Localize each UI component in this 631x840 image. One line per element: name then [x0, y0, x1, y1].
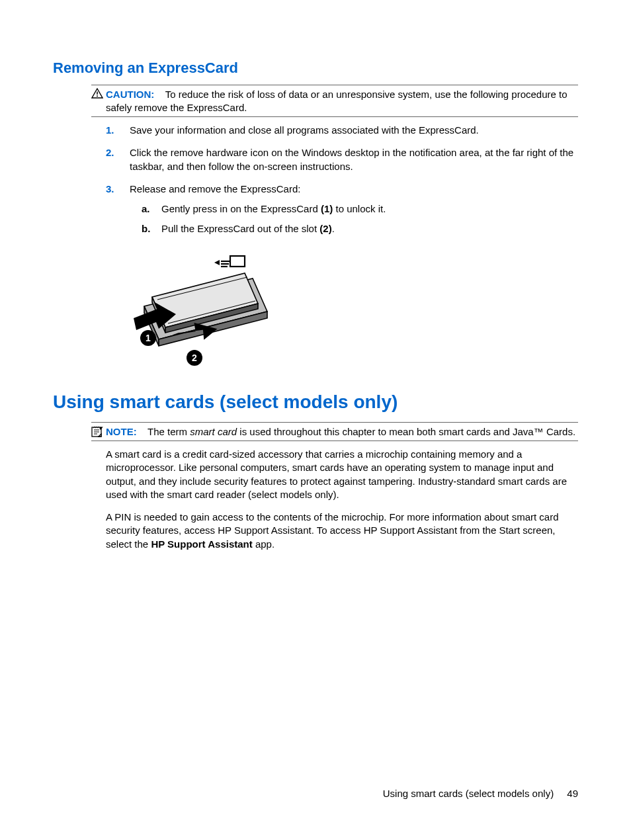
step-number: 3.: [106, 183, 130, 243]
caution-icon: [91, 88, 105, 101]
step-text: Click the remove hardware icon on the Wi…: [130, 146, 578, 173]
ordered-list: 1. Save your information and close all p…: [106, 124, 578, 243]
note-callout: NOTE: The term smart card is used throug…: [91, 422, 578, 442]
list-item: 2. Click the remove hardware icon on the…: [106, 146, 578, 173]
svg-point-1: [97, 95, 98, 97]
svg-text:2: 2: [192, 353, 197, 363]
sub-list-item: a. Gently press in on the ExpressCard (1…: [142, 202, 578, 216]
note-text-italic: smart card: [190, 426, 237, 437]
sub-list: a. Gently press in on the ExpressCard (1…: [142, 202, 578, 236]
svg-text:1: 1: [146, 333, 151, 343]
list-item: 3. Release and remove the ExpressCard: a…: [106, 183, 578, 243]
expresscard-illustration: 1 2: [128, 252, 578, 373]
step-text: Save your information and close all prog…: [130, 124, 578, 137]
footer-section-text: Using smart cards (select models only): [383, 788, 554, 799]
paragraph: A PIN is needed to gain access to the co…: [106, 511, 578, 551]
list-item: 1. Save your information and close all p…: [106, 124, 578, 137]
sub-letter: b.: [142, 222, 161, 235]
caution-text-body: To reduce the risk of loss of data or an…: [106, 89, 568, 113]
section-heading-smart-cards: Using smart cards (select models only): [53, 392, 578, 413]
caution-text: [157, 89, 165, 100]
note-text-post: is used throughout this chapter to mean …: [237, 426, 575, 437]
note-label: NOTE:: [106, 426, 137, 437]
caution-label: CAUTION:: [106, 89, 154, 100]
step-number: 2.: [106, 146, 130, 173]
sub-letter: a.: [142, 202, 161, 216]
caution-callout: CAUTION: To reduce the risk of loss of d…: [91, 85, 578, 117]
sub-list-item: b. Pull the ExpressCard out of the slot …: [142, 222, 578, 235]
page-number: 49: [567, 788, 578, 799]
paragraph: A smart card is a credit card-sized acce…: [106, 448, 578, 501]
section-heading-removing-expresscard: Removing an ExpressCard: [53, 60, 578, 77]
step-number: 1.: [106, 124, 130, 137]
note-icon: [91, 425, 105, 439]
svg-marker-6: [214, 260, 220, 265]
note-text-pre: The term: [147, 426, 190, 437]
step-text: Release and remove the ExpressCard: a. G…: [130, 183, 578, 243]
svg-rect-2: [230, 256, 245, 267]
page-footer: Using smart cards (select models only) 4…: [383, 788, 578, 799]
